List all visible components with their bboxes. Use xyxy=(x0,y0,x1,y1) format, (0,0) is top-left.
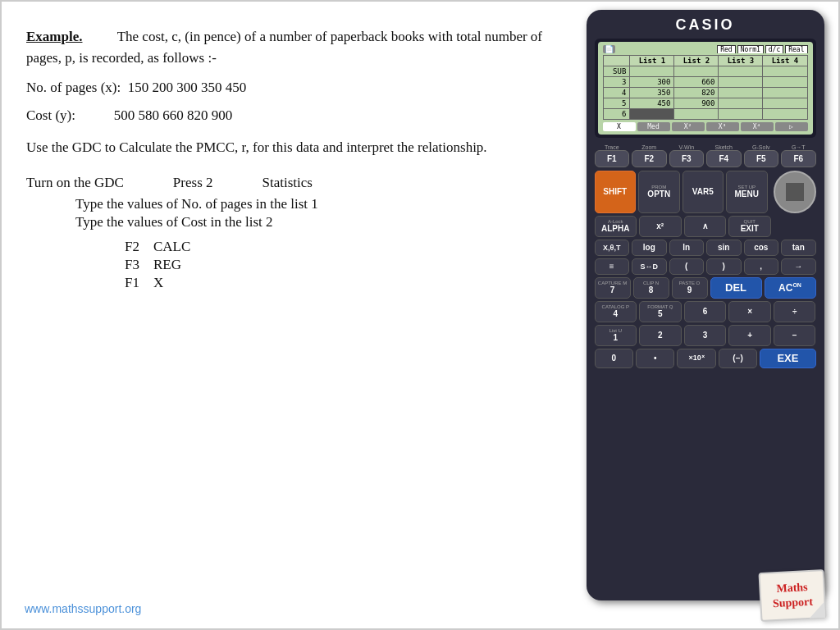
intro-text: The cost, c, (in pence) of a number of p… xyxy=(26,29,542,66)
key-tan[interactable]: tan xyxy=(781,240,816,256)
example-label: Example. xyxy=(26,29,82,44)
nav-cluster xyxy=(774,171,816,213)
key-shift[interactable]: SHIFT xyxy=(595,171,637,213)
key-4[interactable]: CATALOG P 4 xyxy=(595,301,637,322)
key-sin[interactable]: sin xyxy=(706,240,742,256)
key-rparen[interactable]: ) xyxy=(706,258,742,275)
instructions-block: Turn on the GDC Press 2 Statistics Type … xyxy=(26,175,551,293)
keypad-row6: CATALOG P 4 FORMAT Q 5 6 × ÷ xyxy=(595,301,816,322)
key-6[interactable]: 6 xyxy=(684,301,727,322)
key-del[interactable]: DEL xyxy=(710,277,762,299)
keypad-row8: 0 • ×10ˣ (−) EXE xyxy=(595,349,816,368)
screen-table: List 1 List 2 List 3 List 4 SUB 33 xyxy=(603,55,808,120)
screen-col-l3: List 3 xyxy=(719,56,763,66)
key-plus[interactable]: + xyxy=(728,325,771,346)
key-ac[interactable]: ACON xyxy=(765,277,816,299)
key-9[interactable]: PASTE O 9 xyxy=(672,277,708,299)
footer-url: www.mathssupport.org xyxy=(25,602,141,615)
screen-col-l4: List 4 xyxy=(763,56,807,66)
nav-inner xyxy=(786,183,804,201)
cost-row: Cost (y): 500 580 660 820 900 xyxy=(26,107,551,124)
screen-col-l1: List 1 xyxy=(630,56,674,66)
key-vars[interactable]: VAR5 xyxy=(682,171,724,213)
key-ln[interactable]: ln xyxy=(669,240,705,256)
screen-btn-x4[interactable]: X⁴ xyxy=(741,122,774,131)
key-3[interactable]: 3 xyxy=(684,325,727,346)
list1-instruction: Type the values of No. of pages in the l… xyxy=(26,196,551,212)
tab-real: Real xyxy=(785,45,807,53)
f2-row: F2 CALC xyxy=(26,239,551,255)
key-mul[interactable]: × xyxy=(728,301,771,322)
key-2[interactable]: 2 xyxy=(639,325,682,346)
screen-col-empty xyxy=(603,56,630,66)
list2-instruction: Type the values of Cost in the list 2 xyxy=(26,214,551,231)
intro-paragraph: Example. The cost, c, (in pence) of a nu… xyxy=(26,26,551,68)
f1-row: F1 X xyxy=(26,275,551,291)
key-exp[interactable]: ×10ˣ xyxy=(677,349,715,368)
keypad: SHIFT PROM OPTN VAR5 SET UP MENU xyxy=(593,171,818,594)
key-xtheta[interactable]: X,θ,T xyxy=(595,240,630,256)
key-neg[interactable]: (−) xyxy=(719,349,757,368)
key-cos[interactable]: cos xyxy=(744,240,779,256)
screen-btn-x2[interactable]: X² xyxy=(672,122,705,131)
screen-bottom-buttons: X Med X² X³ X⁴ ▷ xyxy=(603,122,808,131)
table-row: 3300660 xyxy=(603,77,807,88)
keypad-row5: CAPTURE M 7 CLIP N 8 PASTE O 9 DEL xyxy=(595,277,816,299)
screen-btn-x[interactable]: X xyxy=(603,122,636,131)
table-row: 5450900 xyxy=(603,98,807,109)
fkey-f3-group: V-Win F3 xyxy=(669,144,705,167)
screen-sub-row: SUB xyxy=(603,66,807,77)
key-1[interactable]: List U 1 xyxy=(595,325,637,346)
fkey-f2[interactable]: F2 xyxy=(632,150,667,167)
key-alpha[interactable]: A-Lock ALPHA xyxy=(595,216,637,237)
key-optn[interactable]: PROM OPTN xyxy=(638,171,680,213)
screen-col-l2: List 2 xyxy=(674,56,719,66)
fkey-f2-group: Zoom F2 xyxy=(632,144,667,167)
tab-red: Red xyxy=(717,45,735,53)
fkey-f5-group: G-Solv F5 xyxy=(744,144,779,167)
key-lparen[interactable]: ( xyxy=(669,258,705,275)
key-exe[interactable]: EXE xyxy=(760,349,815,368)
key-7[interactable]: CAPTURE M 7 xyxy=(595,277,631,299)
table-row: 4350820 xyxy=(603,88,807,98)
keypad-row1: SHIFT PROM OPTN VAR5 SET UP MENU xyxy=(595,171,816,213)
fkey-f5[interactable]: F5 xyxy=(744,150,779,167)
turn-on-text: Turn on the GDC xyxy=(26,175,124,191)
key-caret[interactable]: ∧ xyxy=(684,216,727,237)
key-dot[interactable]: • xyxy=(636,349,674,368)
key-x2[interactable]: x² xyxy=(639,216,682,237)
keypad-row7: List U 1 2 3 + − xyxy=(595,325,816,346)
keypad-row3: X,θ,T log ln sin cos tan xyxy=(595,240,816,256)
screen-btn-med[interactable]: Med xyxy=(637,122,670,131)
keypad-row2: A-Lock ALPHA x² ∧ QUIT EXIT xyxy=(595,216,816,237)
fkey-f4[interactable]: F4 xyxy=(706,150,742,167)
nav-outer[interactable] xyxy=(774,171,816,213)
fkey-f1[interactable]: F1 xyxy=(595,150,630,167)
key-arrow[interactable]: → xyxy=(781,258,816,275)
pages-row: No. of pages (x): 150 200 300 350 450 xyxy=(26,80,551,96)
key-menu[interactable]: SET UP MENU xyxy=(726,171,768,213)
fkey-f3[interactable]: F3 xyxy=(669,150,705,167)
key-div[interactable]: ÷ xyxy=(774,301,816,322)
key-exit[interactable]: QUIT EXIT xyxy=(728,216,771,237)
tab-dc: d/c xyxy=(765,45,783,53)
calc-brand: CASIO xyxy=(593,16,818,34)
key-log[interactable]: log xyxy=(632,240,667,256)
key-comma[interactable]: , xyxy=(744,258,779,275)
logo-line1: Maths Support xyxy=(772,580,814,612)
key-5[interactable]: FORMAT Q 5 xyxy=(639,301,682,322)
key-std[interactable]: S↔D xyxy=(632,258,667,275)
key-minus[interactable]: − xyxy=(774,325,816,346)
key-fraction[interactable]: ≡ xyxy=(595,258,630,275)
tab-norm: Norm1 xyxy=(737,45,764,53)
statistics-text: Statistics xyxy=(262,175,313,191)
fkeys-row: Trace F1 Zoom F2 V-Win F3 Sketch F4 G-So… xyxy=(593,144,818,167)
key-8[interactable]: CLIP N 8 xyxy=(633,277,669,299)
turn-on-line: Turn on the GDC Press 2 Statistics xyxy=(26,175,551,191)
screen-btn-x3[interactable]: X³ xyxy=(706,122,739,131)
calculator-screen: 📄 Red Norm1 d/c Real List 1 xyxy=(595,39,816,138)
calculator: CASIO 📄 Red Norm1 d/c Real xyxy=(587,10,824,600)
fkey-f6[interactable]: F6 xyxy=(781,150,816,167)
screen-btn-arrow[interactable]: ▷ xyxy=(775,122,808,131)
key-0[interactable]: 0 xyxy=(595,349,633,368)
